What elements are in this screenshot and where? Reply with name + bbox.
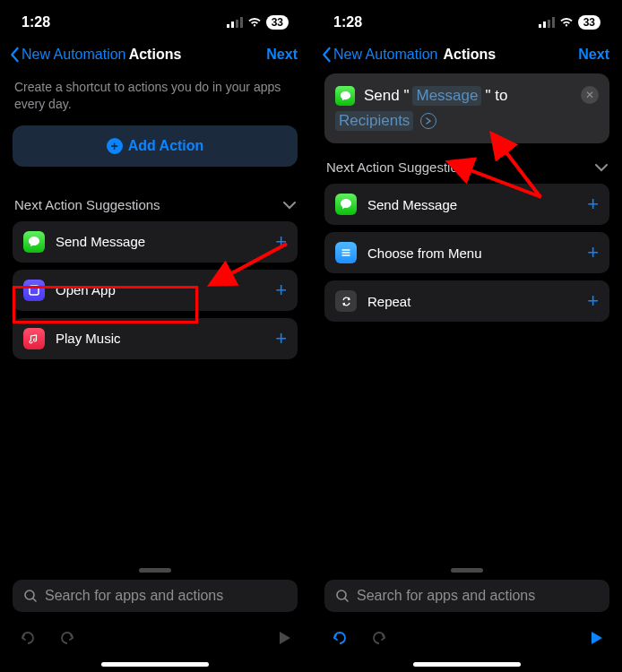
action-bar bbox=[312, 621, 622, 657]
bottom-toolbar: Search for apps and actions bbox=[312, 568, 622, 672]
chevron-left-icon bbox=[9, 47, 20, 63]
back-button[interactable]: New Automation bbox=[9, 47, 126, 63]
add-action-label: Add Action bbox=[128, 138, 204, 154]
search-icon bbox=[335, 589, 350, 603]
status-right: 33 bbox=[227, 15, 289, 30]
suggestion-label: Choose from Menu bbox=[367, 246, 587, 261]
back-label: New Automation bbox=[333, 47, 438, 63]
svg-rect-3 bbox=[240, 17, 243, 28]
search-input[interactable]: Search for apps and actions bbox=[13, 580, 298, 612]
home-indicator[interactable] bbox=[101, 662, 209, 667]
wifi-icon bbox=[247, 17, 262, 28]
cellular-icon bbox=[227, 17, 243, 28]
suggestion-repeat[interactable]: Repeat + bbox=[324, 280, 609, 322]
search-placeholder: Search for apps and actions bbox=[357, 588, 535, 604]
param-recipients[interactable]: Recipients bbox=[335, 111, 413, 131]
suggestion-label: Open App bbox=[56, 282, 275, 297]
chevron-left-icon bbox=[321, 47, 332, 63]
suggestion-label: Play Music bbox=[56, 331, 275, 346]
plus-icon: + bbox=[275, 327, 287, 350]
play-button[interactable] bbox=[588, 630, 604, 650]
open-app-icon bbox=[23, 280, 45, 301]
suggestion-send-message[interactable]: Send Message + bbox=[13, 221, 298, 263]
cellular-icon bbox=[539, 17, 555, 28]
status-bar: 1:28 33 bbox=[0, 0, 310, 39]
card-text-prefix: Send " bbox=[364, 87, 409, 105]
svg-rect-4 bbox=[30, 286, 39, 295]
menu-icon bbox=[335, 242, 357, 263]
back-button[interactable]: New Automation bbox=[321, 47, 438, 63]
plus-circle-icon: + bbox=[107, 138, 123, 154]
nav-bar: New Automation Actions Next bbox=[312, 39, 622, 73]
svg-rect-0 bbox=[227, 24, 229, 28]
description-text: Create a shortcut to actions you do in y… bbox=[14, 79, 296, 113]
next-button[interactable]: Next bbox=[578, 47, 609, 63]
suggestion-choose-from-menu[interactable]: Choose from Menu + bbox=[324, 232, 609, 273]
messages-icon bbox=[335, 194, 357, 215]
screen-left: 1:28 33 New Automation Actions Next Crea… bbox=[0, 0, 310, 672]
nav-title: Actions bbox=[129, 47, 182, 63]
suggestion-send-message[interactable]: Send Message + bbox=[324, 184, 609, 225]
grabber-handle[interactable] bbox=[451, 568, 483, 573]
messages-icon bbox=[23, 231, 45, 253]
search-icon bbox=[23, 589, 38, 603]
status-right: 33 bbox=[539, 15, 600, 30]
svg-rect-1 bbox=[231, 22, 234, 28]
music-icon bbox=[23, 328, 45, 349]
chevron-down-icon bbox=[595, 159, 608, 175]
status-time: 1:28 bbox=[333, 14, 362, 30]
suggestions-header[interactable]: Next Action Suggestions bbox=[326, 159, 608, 175]
plus-icon: + bbox=[587, 193, 599, 216]
svg-rect-10 bbox=[552, 17, 555, 28]
plus-icon: + bbox=[587, 289, 599, 313]
search-placeholder: Search for apps and actions bbox=[45, 588, 223, 604]
action-bar bbox=[0, 621, 310, 657]
next-button[interactable]: Next bbox=[266, 47, 298, 63]
back-label: New Automation bbox=[22, 47, 126, 63]
svg-rect-9 bbox=[548, 20, 550, 28]
action-card-send-message[interactable]: Send " Message " to Recipients ✕ bbox=[324, 73, 609, 143]
status-time: 1:28 bbox=[22, 14, 50, 30]
suggestion-label: Repeat bbox=[367, 294, 587, 309]
suggestions-header[interactable]: Next Action Suggestions bbox=[14, 197, 296, 212]
plus-icon: + bbox=[275, 279, 287, 302]
suggestions-list: Send Message + Open App + Play Music + bbox=[13, 221, 298, 359]
redo-button[interactable] bbox=[369, 628, 389, 651]
repeat-icon bbox=[335, 290, 357, 312]
messages-icon bbox=[335, 86, 355, 106]
svg-rect-8 bbox=[543, 22, 546, 28]
suggestion-play-music[interactable]: Play Music + bbox=[13, 318, 298, 359]
expand-params-button[interactable] bbox=[420, 113, 436, 129]
suggestion-label: Send Message bbox=[56, 234, 275, 249]
param-message[interactable]: Message bbox=[412, 86, 481, 106]
screen-right: 1:28 33 New Automation Actions Next Send… bbox=[312, 0, 622, 672]
chevron-down-icon bbox=[283, 197, 296, 212]
suggestions-title: Next Action Suggestions bbox=[326, 159, 472, 175]
nav-bar: New Automation Actions Next bbox=[0, 39, 310, 73]
suggestions-title: Next Action Suggestions bbox=[14, 197, 160, 212]
plus-icon: + bbox=[587, 241, 599, 264]
play-button[interactable] bbox=[276, 630, 292, 650]
card-text-mid: " to bbox=[485, 87, 507, 105]
search-input[interactable]: Search for apps and actions bbox=[324, 580, 609, 612]
suggestion-label: Send Message bbox=[367, 197, 587, 212]
svg-rect-7 bbox=[539, 24, 541, 28]
suggestion-open-app[interactable]: Open App + bbox=[13, 270, 298, 311]
clear-action-button[interactable]: ✕ bbox=[581, 86, 599, 104]
redo-button[interactable] bbox=[57, 628, 77, 651]
grabber-handle[interactable] bbox=[139, 568, 171, 573]
nav-title: Actions bbox=[444, 47, 497, 63]
battery-icon: 33 bbox=[266, 15, 289, 30]
plus-icon: + bbox=[275, 230, 287, 254]
add-action-button[interactable]: + Add Action bbox=[13, 125, 298, 167]
undo-button[interactable] bbox=[330, 628, 350, 651]
undo-button[interactable] bbox=[18, 628, 38, 651]
bottom-toolbar: Search for apps and actions bbox=[0, 568, 310, 672]
svg-rect-2 bbox=[236, 20, 238, 28]
wifi-icon bbox=[559, 17, 574, 28]
home-indicator[interactable] bbox=[413, 662, 521, 667]
status-bar: 1:28 33 bbox=[312, 0, 622, 39]
battery-icon: 33 bbox=[578, 15, 600, 30]
suggestions-list: Send Message + Choose from Menu + Repeat… bbox=[324, 184, 609, 322]
